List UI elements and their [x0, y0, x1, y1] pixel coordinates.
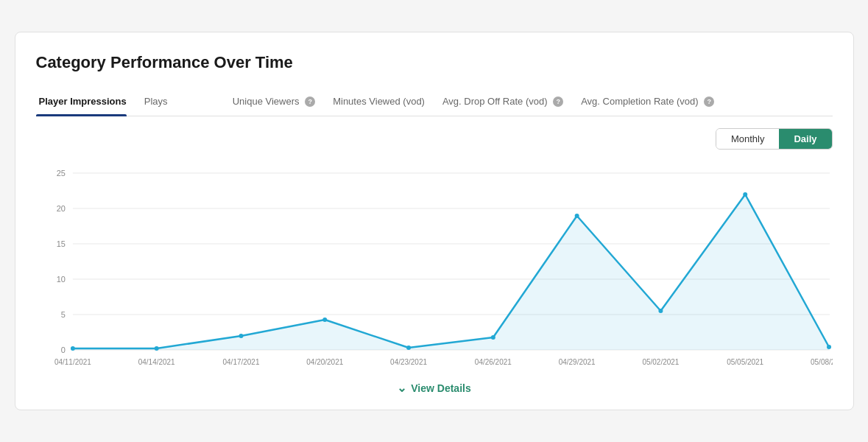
svg-text:04/17/2021: 04/17/2021 [222, 358, 259, 366]
chart-svg: 0 5 10 15 20 25 04/11/2021 04/14/2021 04… [36, 158, 833, 372]
daily-button[interactable]: Daily [779, 129, 831, 149]
avg-drop-off-help-icon: ? [553, 97, 563, 107]
avg-completion-help-icon: ? [704, 97, 714, 107]
svg-text:05/02/2021: 05/02/2021 [642, 358, 679, 366]
tab-player-impressions[interactable]: Player Impressions [36, 90, 141, 116]
svg-text:04/26/2021: 04/26/2021 [474, 358, 511, 366]
svg-text:05/08/2021: 05/08/2021 [811, 358, 833, 366]
performance-card: Category Performance Over Time Player Im… [15, 32, 854, 411]
svg-text:25: 25 [56, 169, 65, 178]
chevron-down-icon: ⌄ [397, 381, 406, 395]
svg-text:0: 0 [60, 345, 65, 354]
svg-point-30 [658, 309, 663, 313]
unique-viewers-help-icon: ? [305, 97, 315, 107]
period-toggle: Monthly Daily [716, 128, 833, 150]
view-details-link[interactable]: ⌄ View Details [36, 381, 833, 395]
svg-text:04/23/2021: 04/23/2021 [390, 358, 427, 366]
card-title: Category Performance Over Time [36, 53, 833, 72]
chart-header: Monthly Daily [36, 116, 833, 155]
svg-point-27 [406, 345, 411, 350]
tab-avg-drop-off[interactable]: Avg. Drop Off Rate (vod) ? [440, 90, 578, 116]
svg-point-29 [574, 214, 579, 218]
chart-area: 0 5 10 15 20 25 04/11/2021 04/14/2021 04… [36, 158, 833, 372]
svg-point-25 [239, 334, 243, 338]
svg-text:15: 15 [56, 239, 65, 248]
svg-text:10: 10 [56, 275, 65, 284]
svg-marker-22 [72, 194, 828, 350]
tab-minutes-viewed[interactable]: Minutes Viewed (vod) [330, 90, 440, 116]
tab-unique-viewers[interactable]: Unique Viewers ? [230, 90, 330, 116]
svg-point-24 [154, 346, 158, 351]
tab-bar: Player Impressions Plays Unique Viewers … [36, 90, 833, 117]
svg-point-26 [322, 318, 327, 322]
svg-text:20: 20 [56, 204, 65, 213]
tab-plays[interactable]: Plays [141, 90, 230, 116]
monthly-button[interactable]: Monthly [716, 129, 780, 149]
svg-point-23 [70, 346, 74, 351]
svg-text:04/11/2021: 04/11/2021 [54, 358, 91, 366]
tab-avg-completion[interactable]: Avg. Completion Rate (vod) ? [578, 90, 729, 116]
svg-point-32 [827, 345, 831, 349]
svg-text:04/29/2021: 04/29/2021 [558, 358, 595, 366]
svg-text:04/14/2021: 04/14/2021 [138, 358, 174, 366]
svg-text:05/05/2021: 05/05/2021 [727, 358, 763, 366]
svg-text:5: 5 [60, 310, 65, 319]
svg-text:04/20/2021: 04/20/2021 [306, 358, 343, 366]
svg-point-31 [743, 192, 747, 197]
svg-point-28 [490, 335, 495, 340]
